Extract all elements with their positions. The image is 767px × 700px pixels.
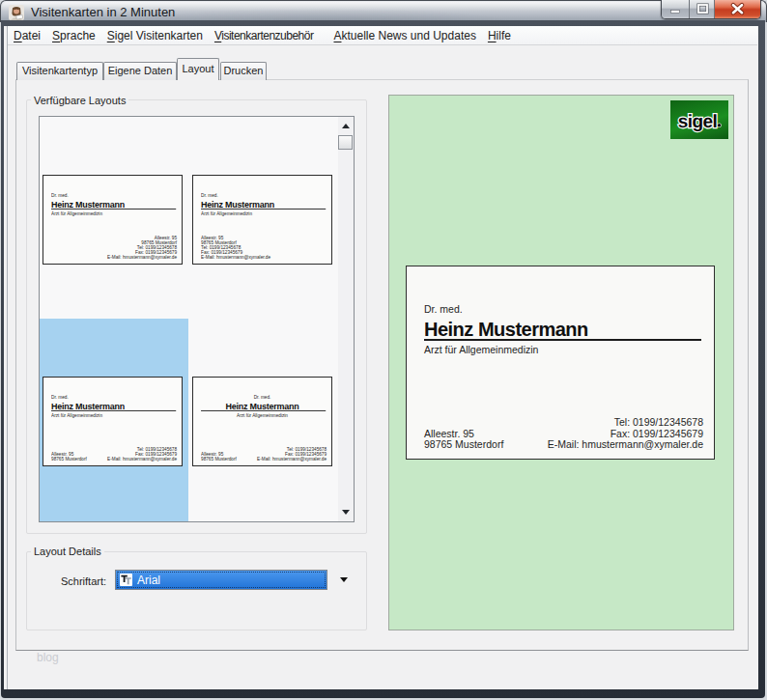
layout-thumbnail-1[interactable]: Dr. med. Heinz Mustermann Arzt für Allge… — [43, 175, 183, 265]
tab-eigene-daten[interactable]: Eigene Daten — [103, 62, 177, 80]
sigel-logo-graphic: sigel — [670, 100, 728, 139]
sigel-logo-text: sigel — [678, 112, 717, 132]
menu-label: ilfe — [497, 29, 511, 42]
card-city: 98765 Musterdorf — [51, 457, 87, 462]
card-rule — [201, 410, 326, 411]
menu-hotkey: H — [488, 29, 497, 42]
card-address-block: Alleestr. 95 98765 Musterdorf — [424, 429, 503, 450]
mini-card: Dr. med. Heinz Mustermann Arzt für Allge… — [193, 378, 331, 465]
card-rule — [201, 209, 326, 210]
menu-item-hilfe[interactable]: Hilfe — [482, 26, 517, 45]
app-icon — [9, 5, 24, 20]
sigel-logo-dot — [718, 124, 721, 126]
card-title: Dr. med. — [424, 303, 463, 315]
card-email: E-Mail: hmustermann@xymaler.de — [107, 457, 177, 462]
tab-drucken[interactable]: Drucken — [220, 62, 267, 80]
menu-hotkey: S — [107, 29, 115, 42]
menu-item-sigel-visitenkarten[interactable]: Sigel Visitenkarten — [101, 26, 209, 45]
card-rule — [51, 209, 176, 210]
mini-card: Dr. med. Heinz Mustermann Arzt für Allge… — [43, 378, 182, 465]
layout-thumbnail-2[interactable]: Dr. med. Heinz Mustermann Arzt für Allge… — [192, 175, 332, 265]
menu-label: ktuelle News und Updates — [341, 29, 475, 42]
sigel-logo: sigel — [670, 100, 728, 139]
menu-hotkey: D — [14, 29, 22, 42]
card-email: E-Mail: hmustermann@xymaler.de — [201, 255, 270, 260]
layout-thumbnail-4[interactable]: Dr. med. Heinz Mustermann Arzt für Allge… — [192, 377, 332, 466]
font-value: Arial — [137, 573, 160, 588]
details-groupbox — [26, 551, 367, 630]
layout-list-scrollbar[interactable] — [338, 117, 354, 521]
tab-layout[interactable]: Layout — [177, 58, 219, 80]
card-profession: Arzt für Allgemeinmedizin — [193, 412, 331, 417]
card-address-block: Alleestr. 95 98765 Musterdorf — [51, 452, 87, 462]
card-title: Dr. med. — [51, 192, 69, 197]
card-email: E-Mail: hmustermann@xymaler.de — [107, 255, 177, 260]
minimize-icon — [662, 0, 689, 18]
watermark-text: blog — [37, 651, 59, 664]
card-rule — [424, 339, 701, 341]
menu-label: isitenkartenzubehör — [221, 29, 313, 42]
maximize-button[interactable] — [689, 0, 715, 18]
scrollbar-down-icon[interactable] — [342, 510, 350, 515]
menu-label: prache — [60, 29, 96, 42]
card-rule — [51, 410, 176, 411]
card-telfax-block: Tel: 0199/12345678 Fax: 0199/12345679 E-… — [257, 447, 327, 462]
mini-card: Dr. med. Heinz Mustermann Arzt für Allge… — [43, 176, 182, 264]
card-telfax-block: Tel: 0199/12345678 Fax: 0199/12345679 E-… — [107, 447, 177, 462]
business-card-preview: Dr. med. Heinz Mustermann Arzt für Allge… — [406, 266, 715, 460]
card-email: E-Mail: hmustermann@xymaler.de — [257, 457, 327, 462]
menu-item-aktuelle-news[interactable]: Aktuelle News und Updates — [327, 26, 481, 45]
mini-card: Dr. med. Heinz Mustermann Arzt für Allge… — [193, 176, 331, 264]
card-contact-block: Alleestr. 95 98765 Musterdorf Tel: 0199/… — [107, 236, 177, 260]
card-telfax-block: Tel: 0199/12345678 Fax: 0199/12345679 E-… — [548, 417, 703, 450]
card-address-block: Alleestr. 95 98765 Musterdorf — [201, 452, 237, 462]
card-profession: Arzt für Allgemeinmedizin — [51, 412, 102, 417]
client-edge — [7, 26, 8, 689]
card-profession: Arzt für Allgemeinmedizin — [201, 210, 252, 215]
minimize-button[interactable] — [662, 0, 689, 18]
font-label: Schriftart: — [61, 575, 106, 587]
menu-label: igel Visitenkarten — [115, 29, 203, 42]
menu-item-datei[interactable]: Datei — [8, 26, 46, 45]
menu-item-sprache[interactable]: Sprache — [46, 26, 101, 45]
close-button[interactable] — [715, 0, 760, 18]
menu-hotkey: S — [52, 29, 60, 42]
window-controls — [661, 0, 761, 19]
scrollbar-up-icon[interactable] — [342, 124, 350, 128]
details-group-label: Layout Details — [31, 546, 104, 557]
card-title: Dr. med. — [193, 394, 331, 399]
layout-thumbnail-3-selected[interactable]: Dr. med. Heinz Mustermann Arzt für Allge… — [43, 377, 183, 466]
maximize-icon — [690, 0, 716, 18]
close-icon — [715, 0, 760, 18]
card-city: 98765 Musterdorf — [424, 439, 503, 450]
card-profession: Arzt für Allgemeinmedizin — [51, 210, 102, 215]
card-title: Dr. med. — [51, 394, 69, 399]
card-profession: Arzt für Allgemeinmedizin — [424, 344, 538, 355]
menu-item-visitenkartenzubehoer[interactable]: Visitenkartenzubehör — [209, 26, 320, 45]
card-city: 98765 Musterdorf — [201, 457, 237, 462]
card-email: E-Mail: hmustermann@xymaler.de — [548, 439, 703, 450]
scrollbar-thumb[interactable] — [338, 135, 353, 150]
title-bar[interactable]: Visitenkarten in 2 Minuten — [0, 0, 767, 22]
truetype-icon — [120, 574, 132, 586]
menu-bar: Datei Sprache Sigel Visitenkarten Visite… — [8, 26, 757, 45]
card-contact-block: Alleestr. 95 98765 Musterdorf Tel: 0199/… — [201, 236, 270, 260]
font-combobox[interactable]: Arial — [115, 570, 327, 590]
menu-label: atei — [22, 29, 41, 42]
window-title: Visitenkarten in 2 Minuten — [31, 6, 175, 19]
card-name: Heinz Mustermann — [424, 319, 588, 341]
card-title: Dr. med. — [201, 192, 218, 197]
layouts-group-label: Verfügbare Layouts — [31, 95, 128, 106]
card-tel: Tel: 0199/12345678 — [548, 417, 703, 428]
combo-dropdown-button[interactable] — [332, 570, 356, 590]
chevron-down-icon — [340, 577, 348, 582]
tab-visitenkartentyp[interactable]: Visitenkartentyp — [16, 62, 103, 80]
